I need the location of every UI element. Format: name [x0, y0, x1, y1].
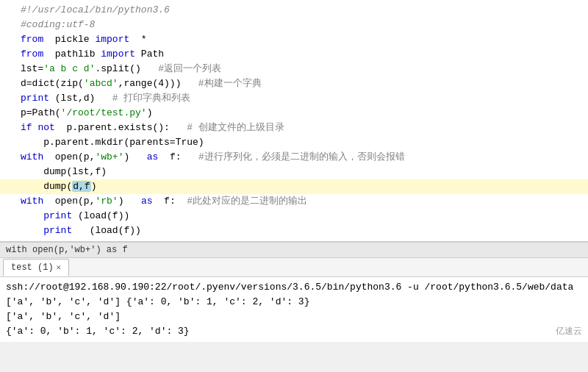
- watermark: 亿速云: [556, 325, 582, 337]
- tab-bar: test (1) ✕: [0, 258, 588, 277]
- code-line-15: print (load(f)): [0, 209, 588, 223]
- line-content-1: #!/usr/local/bin/python3.6: [21, 3, 588, 18]
- code-line-2: #coding:utf-8: [0, 18, 588, 32]
- code-line-4: from pathlib import Path: [0, 47, 588, 62]
- line-content-16: print (load(f)): [21, 223, 588, 238]
- code-line-3: from pickle import *: [0, 32, 588, 47]
- line-content-14: with open(p,'rb') as f: #此处对应的是二进制的输出: [21, 194, 588, 209]
- line-content-13: dump(d,f): [21, 179, 588, 194]
- tab-test[interactable]: test (1) ✕: [3, 259, 69, 276]
- code-line-7: print (lst,d) # 打印字典和列表: [0, 91, 588, 106]
- line-content-8: p=Path('/root/test.py'): [21, 106, 588, 121]
- line-content-11: with open(p,'wb+') as f: #进行序列化，必须是二进制的输…: [21, 150, 588, 165]
- code-line-5: lst='a b c d'.split() #返回一个列表: [0, 62, 588, 76]
- line-content-5: lst='a b c d'.split() #返回一个列表: [21, 62, 588, 76]
- status-text: with open(p,'wb+') as f: [6, 245, 128, 255]
- code-line-12: dump(lst,f): [0, 165, 588, 179]
- terminal-line-1: ssh://root@192.168.90.190:22/root/.pyenv…: [6, 280, 582, 295]
- code-line-10: p.parent.mkdir(parents=True): [0, 135, 588, 150]
- terminal-line-3: ['a', 'b', 'c', 'd']: [6, 310, 582, 324]
- code-line-11: with open(p,'wb+') as f: #进行序列化，必须是二进制的输…: [0, 150, 588, 165]
- terminal-line-4: {'a': 0, 'b': 1, 'c': 2, 'd': 3}: [6, 324, 582, 339]
- line-content-6: d=dict(zip('abcd',range(4))) #构建一个字典: [21, 76, 588, 91]
- editor-section: #!/usr/local/bin/python3.6 #coding:utf-8…: [0, 0, 588, 258]
- code-line-1: #!/usr/local/bin/python3.6: [0, 3, 588, 18]
- line-content-4: from pathlib import Path: [21, 47, 588, 62]
- code-line-16: print (load(f)): [0, 223, 588, 238]
- code-line-8: p=Path('/root/test.py'): [0, 106, 588, 121]
- terminal-line-2: ['a', 'b', 'c', 'd'] {'a': 0, 'b': 1, 'c…: [6, 295, 582, 310]
- tab-label: test (1): [11, 262, 54, 273]
- code-line-9: if not p.parent.exists(): # 创建文件的上级目录: [0, 121, 588, 135]
- code-line-6: d=dict(zip('abcd',range(4))) #构建一个字典: [0, 76, 588, 91]
- editor-status-bar: with open(p,'wb+') as f: [0, 242, 588, 258]
- terminal-section: ssh://root@192.168.90.190:22/root/.pyenv…: [0, 277, 588, 342]
- tab-close-button[interactable]: ✕: [57, 262, 62, 272]
- terminal-output: ssh://root@192.168.90.190:22/root/.pyenv…: [0, 277, 588, 342]
- code-line-14: with open(p,'rb') as f: #此处对应的是二进制的输出: [0, 194, 588, 209]
- code-editor[interactable]: #!/usr/local/bin/python3.6 #coding:utf-8…: [0, 0, 588, 242]
- line-content-3: from pickle import *: [21, 32, 588, 47]
- line-content-7: print (lst,d) # 打印字典和列表: [21, 91, 588, 106]
- line-content-15: print (load(f)): [21, 209, 588, 223]
- line-content-2: #coding:utf-8: [21, 18, 588, 32]
- line-content-9: if not p.parent.exists(): # 创建文件的上级目录: [21, 121, 588, 135]
- code-line-13: dump(d,f): [0, 179, 588, 194]
- line-content-10: p.parent.mkdir(parents=True): [21, 135, 588, 150]
- line-content-12: dump(lst,f): [21, 165, 588, 179]
